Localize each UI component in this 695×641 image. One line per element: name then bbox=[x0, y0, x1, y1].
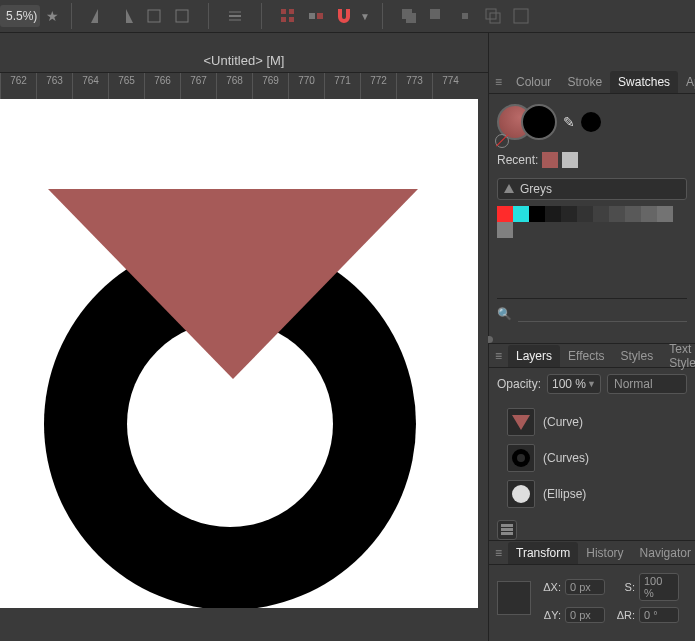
svg-marker-1 bbox=[126, 9, 133, 23]
rotate-ccw-icon[interactable] bbox=[143, 5, 165, 27]
chevron-down-icon[interactable]: ▼ bbox=[587, 379, 596, 389]
tab-transform[interactable]: Transform bbox=[508, 542, 578, 564]
tab-appearance[interactable]: Appeara bbox=[678, 71, 695, 93]
favorite-icon[interactable]: ★ bbox=[46, 8, 59, 24]
boolean-subtract-icon[interactable] bbox=[426, 5, 448, 27]
ruler-tick: 764 bbox=[72, 73, 108, 99]
swatch[interactable] bbox=[513, 206, 529, 222]
opacity-label: Opacity: bbox=[497, 377, 541, 391]
tab-styles[interactable]: Styles bbox=[613, 345, 662, 367]
ruler-tick: 774 bbox=[432, 73, 468, 99]
svg-rect-8 bbox=[289, 9, 294, 14]
swatch[interactable] bbox=[497, 206, 513, 222]
tab-navigator[interactable]: Navigator bbox=[632, 542, 695, 564]
layer-thumbnail bbox=[507, 408, 535, 436]
canvas[interactable]: ⌖ bbox=[0, 99, 488, 641]
ruler-tick: 772 bbox=[360, 73, 396, 99]
panel-menu-icon[interactable]: ≡ bbox=[495, 349, 502, 363]
layer-fx-button[interactable] bbox=[497, 520, 517, 540]
boolean-add-icon[interactable] bbox=[398, 5, 420, 27]
snapping-dropdown-icon[interactable]: ▼ bbox=[360, 11, 370, 22]
svg-point-26 bbox=[512, 485, 530, 503]
flip-vertical-icon[interactable] bbox=[115, 5, 137, 27]
svg-rect-28 bbox=[501, 532, 513, 535]
layer-thumbnail bbox=[507, 480, 535, 508]
swatch[interactable] bbox=[529, 206, 545, 222]
layer-item[interactable]: (Curves) bbox=[503, 440, 691, 476]
tab-effects[interactable]: Effects bbox=[560, 345, 612, 367]
recent-swatch[interactable] bbox=[562, 152, 578, 168]
swatch[interactable] bbox=[609, 206, 625, 222]
layer-name: (Ellipse) bbox=[543, 487, 586, 501]
none-indicator-icon[interactable] bbox=[495, 134, 509, 148]
flip-horizontal-icon[interactable] bbox=[87, 5, 109, 27]
color-panel-tabs: ≡ Colour Stroke Swatches Appeara bbox=[489, 71, 695, 94]
snapping-toggle-icon[interactable] bbox=[333, 5, 355, 27]
svg-rect-16 bbox=[462, 13, 468, 19]
swatch[interactable] bbox=[657, 206, 673, 222]
svg-rect-27 bbox=[501, 528, 513, 531]
recent-swatch[interactable] bbox=[542, 152, 558, 168]
ruler-tick: 766 bbox=[144, 73, 180, 99]
layer-name: (Curves) bbox=[543, 451, 589, 465]
document-tab[interactable]: <Untitled> [M] bbox=[0, 33, 488, 73]
align-icon[interactable] bbox=[224, 5, 246, 27]
tab-text-styles[interactable]: Text Styles bbox=[661, 338, 695, 374]
svg-point-25 bbox=[517, 454, 525, 462]
boolean-intersect-icon[interactable] bbox=[454, 5, 476, 27]
snap-grid-icon[interactable] bbox=[277, 5, 299, 27]
layer-item[interactable]: (Curve) bbox=[503, 404, 691, 440]
anchor-point-selector[interactable] bbox=[497, 581, 531, 615]
dy-field[interactable]: 0 px bbox=[565, 607, 605, 623]
svg-rect-11 bbox=[309, 13, 315, 19]
canvas-area: <Untitled> [M] 7627637647657667677687697… bbox=[0, 33, 488, 641]
right-panels: ≡ Colour Stroke Swatches Appeara ✎ Recen… bbox=[488, 33, 695, 641]
zoom-field[interactable]: 5.5%) bbox=[0, 5, 40, 27]
svg-marker-23 bbox=[512, 415, 530, 430]
layer-item[interactable]: (Ellipse) bbox=[503, 476, 691, 512]
dx-field[interactable]: 0 px bbox=[565, 579, 605, 595]
swatch[interactable] bbox=[561, 206, 577, 222]
svg-rect-15 bbox=[430, 9, 440, 19]
eyedropper-icon[interactable]: ✎ bbox=[563, 114, 575, 130]
panel-menu-icon[interactable]: ≡ bbox=[495, 546, 502, 560]
tab-colour[interactable]: Colour bbox=[508, 71, 559, 93]
tab-layers[interactable]: Layers bbox=[508, 345, 560, 367]
swatch-category-select[interactable]: Greys bbox=[497, 178, 687, 200]
layer-name: (Curve) bbox=[543, 415, 583, 429]
boolean-xor-icon[interactable] bbox=[482, 5, 504, 27]
top-toolbar: 5.5%) ★ ▼ bbox=[0, 0, 695, 33]
dx-label: ΔX: bbox=[539, 581, 561, 593]
swatch[interactable] bbox=[625, 206, 641, 222]
dy-label: ΔY: bbox=[539, 609, 561, 621]
blend-mode-select[interactable]: Normal bbox=[607, 374, 687, 394]
swatch[interactable] bbox=[545, 206, 561, 222]
swatch-search-input[interactable] bbox=[518, 307, 687, 322]
swatch[interactable] bbox=[497, 222, 513, 238]
snap-guides-icon[interactable] bbox=[305, 5, 327, 27]
swatch[interactable] bbox=[641, 206, 657, 222]
ruler-tick: 763 bbox=[36, 73, 72, 99]
swatches-panel: ✎ Recent: Greys 🔍 bbox=[489, 94, 695, 330]
svg-rect-7 bbox=[281, 9, 286, 14]
svg-rect-29 bbox=[501, 524, 513, 527]
swatch[interactable] bbox=[577, 206, 593, 222]
ruler-tick: 769 bbox=[252, 73, 288, 99]
opacity-field[interactable]: 100 %▼ bbox=[547, 374, 601, 394]
layers-panel: ≡ Layers Effects Styles Text Styles Opac… bbox=[489, 343, 695, 540]
swatch[interactable] bbox=[593, 206, 609, 222]
boolean-divide-icon[interactable] bbox=[510, 5, 532, 27]
tab-history[interactable]: History bbox=[578, 542, 631, 564]
ruler-tick: 768 bbox=[216, 73, 252, 99]
ruler-tick: 767 bbox=[180, 73, 216, 99]
secondary-color-well[interactable] bbox=[581, 112, 601, 132]
tab-stroke[interactable]: Stroke bbox=[559, 71, 610, 93]
s-field[interactable]: 100 % bbox=[639, 573, 679, 601]
rotate-cw-icon[interactable] bbox=[171, 5, 193, 27]
stroke-color-well[interactable] bbox=[521, 104, 557, 140]
dr-field[interactable]: 0 ° bbox=[639, 607, 679, 623]
panel-menu-icon[interactable]: ≡ bbox=[495, 75, 502, 89]
tab-swatches[interactable]: Swatches bbox=[610, 71, 678, 93]
recent-label: Recent: bbox=[497, 153, 538, 167]
artboard bbox=[0, 99, 478, 608]
